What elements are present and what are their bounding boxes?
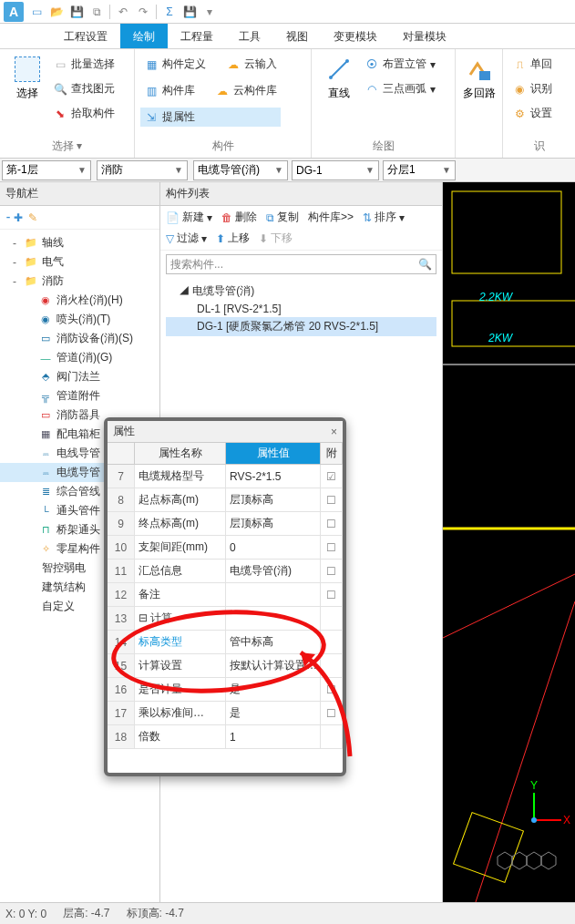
tab-draw[interactable]: 绘制: [120, 24, 168, 48]
status-h2: 标顶高: -4.7: [127, 906, 184, 921]
recognize-icon: ◉: [512, 82, 527, 97]
combo-type[interactable]: 电缆导管(消)▼: [193, 160, 288, 180]
property-row[interactable]: 13⊟ 计算: [108, 607, 343, 631]
componenttree-item[interactable]: DL-1 [RVS-2*1.5]: [166, 301, 436, 317]
tab-change[interactable]: 变更模块: [321, 24, 390, 48]
nav-tree-row[interactable]: -📁消防: [0, 272, 159, 291]
disk-icon[interactable]: 💾: [182, 5, 197, 19]
batch-select-button[interactable]: ▭批量选择: [49, 55, 118, 74]
tab-view[interactable]: 视图: [273, 24, 321, 48]
save-icon[interactable]: 💾: [69, 5, 84, 19]
property-rows: 7电缆规格型号RVS-2*1.5☑8起点标高(m)层顶标高☐9终点标高(m)层顶…: [108, 465, 343, 773]
group-title-component: 构件: [140, 137, 305, 156]
new-icon[interactable]: ▭: [29, 5, 44, 19]
single-loop-button[interactable]: ⎍单回: [508, 55, 556, 74]
combo-floor[interactable]: 第-1层▼: [2, 160, 91, 180]
componenttree-root[interactable]: ◢ 电缆导管(消): [166, 282, 436, 301]
svg-line-9: [470, 601, 575, 919]
redo-icon[interactable]: ↷: [136, 5, 150, 19]
sort-icon: ⇅: [363, 211, 372, 224]
property-row[interactable]: 7电缆规格型号RVS-2*1.5☑: [108, 465, 343, 488]
open-icon[interactable]: 📂: [49, 5, 64, 19]
axis-gizmo: Y X: [530, 779, 570, 826]
nav-tree-row[interactable]: ⬘阀门法兰: [0, 367, 159, 386]
ribbon-tabs: 工程设置 绘制 工程量 工具 视图 变更模块 对量模块: [0, 24, 575, 49]
hexgrid: [498, 852, 556, 869]
filter-button[interactable]: ▽过滤 ▾: [166, 231, 207, 246]
search-input[interactable]: 搜索构件... 🔍: [166, 254, 436, 274]
delete-button[interactable]: 🗑删除: [221, 210, 257, 225]
saveall-icon[interactable]: ⧉: [89, 5, 104, 19]
moveup-button[interactable]: ⬆上移: [216, 231, 250, 246]
cloud-lib-button[interactable]: ☁云构件库: [211, 81, 281, 100]
property-row[interactable]: 12备注☐: [108, 583, 343, 607]
up-icon: ⬆: [216, 232, 225, 245]
property-panel: 属性 × 属性名称 属性值 附 7电缆规格型号RVS-2*1.5☑8起点标高(m…: [104, 417, 346, 776]
nav-tree-row[interactable]: -📁电气: [0, 252, 159, 272]
status-coord: X: 0 Y: 0: [5, 908, 46, 920]
copy-button[interactable]: ⧉复制: [266, 210, 299, 225]
col-name[interactable]: 属性名称: [135, 443, 226, 464]
nav-tree-row[interactable]: ◉消火栓(消)(H): [0, 291, 159, 310]
sum-icon[interactable]: Σ: [162, 5, 177, 19]
movedown-button[interactable]: ⬇下移: [259, 231, 293, 246]
pick-component-button[interactable]: ⬊拾取构件: [49, 104, 118, 123]
svg-point-2: [345, 59, 349, 63]
componenttree-item[interactable]: DG-1 [硬质聚氯乙烯管 20 RVS-2*1.5]: [166, 317, 436, 336]
nav-tree-row[interactable]: —管道(消)(G): [0, 348, 159, 367]
property-row[interactable]: 9终点标高(m)层顶标高☐: [108, 512, 343, 536]
multi-loop-button[interactable]: 多回路: [461, 53, 497, 152]
recognize-button[interactable]: ◉识别: [508, 79, 556, 98]
property-row[interactable]: 11汇总信息电缆导管(消)☐: [108, 560, 343, 583]
drawing-canvas[interactable]: 2.2KW 2KW Y X: [443, 182, 575, 919]
col-value[interactable]: 属性值: [226, 443, 321, 464]
arc3pt-button[interactable]: ◠三点画弧 ▾: [361, 79, 439, 98]
property-row[interactable]: 17乘以标准间…是☐: [108, 702, 343, 725]
property-row[interactable]: 10支架间距(mm)0☐: [108, 536, 343, 560]
search-icon: 🔍: [418, 258, 432, 271]
tab-quantity[interactable]: 工程量: [168, 24, 226, 48]
liblink-button[interactable]: 构件库>>: [308, 210, 354, 225]
nav-tree-row[interactable]: ◉喷头(消)(T): [0, 310, 159, 329]
nav-tree-row[interactable]: ▭消防设备(消)(S): [0, 329, 159, 348]
qat-more-icon[interactable]: ▾: [202, 5, 217, 19]
col-ext[interactable]: 附: [321, 443, 343, 464]
nav-tool-collapse-icon[interactable]: ⁃ ✚: [5, 211, 23, 224]
line-button[interactable]: 直线: [317, 53, 361, 137]
sort-button[interactable]: ⇅排序 ▾: [363, 210, 405, 225]
component-lib-button[interactable]: ▥构件库: [140, 81, 199, 100]
copy-icon: ⧉: [266, 211, 274, 224]
settings-button[interactable]: ⚙设置: [508, 104, 556, 123]
tab-project[interactable]: 工程设置: [51, 24, 120, 48]
property-row[interactable]: 15计算设置按默认计算设置…: [108, 654, 343, 678]
cloud-input-button[interactable]: ☁云输入: [222, 55, 281, 74]
find-element-button[interactable]: 🔍查找图元: [49, 79, 118, 98]
new-button[interactable]: 📄新建 ▾: [166, 210, 212, 225]
nav-tree-row[interactable]: ╦管道附件: [0, 386, 159, 406]
tab-compare[interactable]: 对量模块: [390, 24, 459, 48]
combo-layer[interactable]: 分层1▼: [383, 160, 456, 180]
extract-property-button[interactable]: ⇲提属性: [140, 108, 281, 127]
list-toolbar: 📄新建 ▾ 🗑删除 ⧉复制 构件库>> ⇅排序 ▾ ▽过滤 ▾ ⬆上移 ⬇下移: [160, 206, 442, 251]
property-row[interactable]: 16是否计量是☐: [108, 678, 343, 702]
property-title: 属性 ×: [108, 421, 343, 443]
select-big-button[interactable]: 选择: [5, 53, 49, 137]
nav-tree-row[interactable]: -📁轴线: [0, 233, 159, 252]
property-row[interactable]: 18倍数1: [108, 725, 343, 749]
svg-line-8: [443, 574, 575, 638]
undo-icon[interactable]: ↶: [116, 5, 130, 19]
combo-item[interactable]: DG-1▼: [292, 160, 379, 180]
close-icon[interactable]: ×: [331, 426, 337, 438]
vertical-pipe-button[interactable]: ⦿布置立管 ▾: [361, 55, 439, 74]
property-row[interactable]: 8起点标高(m)层顶标高☐: [108, 488, 343, 512]
filter-icon: ▽: [166, 232, 174, 245]
combo-category[interactable]: 消防▼: [97, 160, 188, 180]
tab-tools[interactable]: 工具: [226, 24, 273, 48]
app-logo: A: [4, 2, 24, 22]
property-row[interactable]: 14标高类型管中标高: [108, 631, 343, 654]
vpipe-icon: ⦿: [365, 57, 379, 72]
nav-tool-edit-icon[interactable]: ✎: [28, 211, 37, 224]
multi-loop-label: 多回路: [463, 86, 496, 101]
svg-rect-10: [454, 813, 524, 883]
define-component-button[interactable]: ▦构件定义: [140, 55, 210, 74]
